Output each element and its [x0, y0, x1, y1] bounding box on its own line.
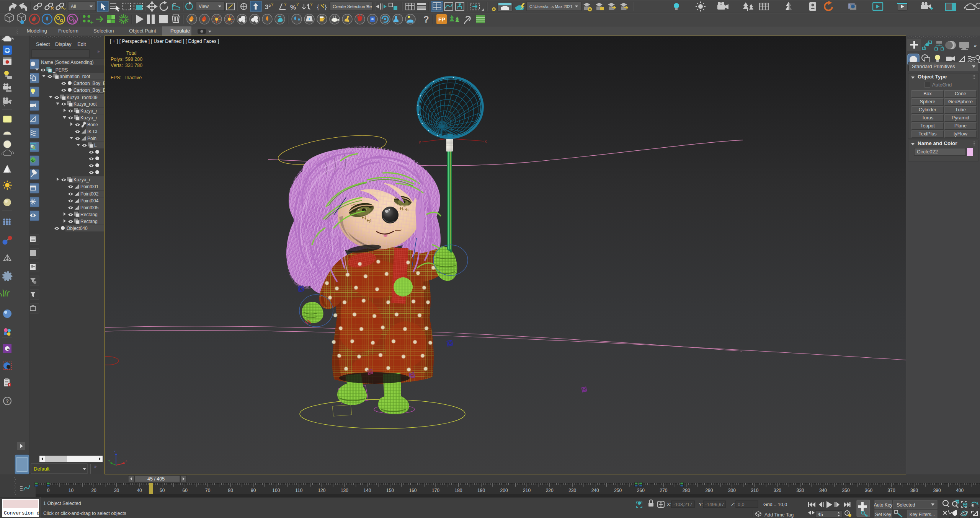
svg-text:50: 50 — [160, 488, 165, 493]
svg-text:Rectang: Rectang — [80, 219, 98, 224]
svg-text:Z:: Z: — [731, 502, 735, 507]
svg-text:340: 340 — [819, 488, 827, 493]
svg-text:IK Cl: IK Cl — [87, 129, 97, 134]
svg-text:L: L — [94, 143, 97, 148]
svg-text:y: y — [108, 459, 110, 462]
svg-text:210: 210 — [523, 488, 531, 493]
svg-text:3²: 3² — [265, 3, 271, 11]
svg-text:598 280: 598 280 — [125, 57, 142, 62]
svg-text:Kuzya_root009: Kuzya_root009 — [67, 95, 98, 100]
svg-text:Inactive: Inactive — [125, 75, 142, 80]
svg-text:Edit: Edit — [77, 41, 86, 47]
svg-text:?: ? — [296, 2, 299, 7]
svg-text:?: ? — [271, 2, 273, 7]
svg-text:45: 45 — [818, 512, 823, 517]
svg-text:310: 310 — [751, 488, 758, 493]
svg-text:?: ? — [284, 2, 286, 7]
svg-text:animation_root: animation_root — [60, 74, 90, 79]
svg-text:120: 120 — [318, 488, 325, 493]
svg-text:150: 150 — [386, 488, 394, 493]
svg-text:-1496,97: -1496,97 — [705, 502, 724, 507]
svg-text:370: 370 — [888, 488, 895, 493]
svg-text:360: 360 — [865, 488, 872, 493]
svg-text:»: » — [97, 49, 100, 54]
svg-text:40: 40 — [137, 488, 142, 493]
svg-text:240: 240 — [591, 488, 599, 493]
svg-text:331 780: 331 780 — [125, 63, 142, 68]
svg-text:Bone: Bone — [87, 122, 98, 127]
svg-text:Grid = 10,0: Grid = 10,0 — [763, 502, 787, 507]
svg-text:10: 10 — [69, 488, 74, 493]
svg-text:Poin: Poin — [87, 136, 96, 141]
svg-text:Point005: Point005 — [80, 205, 99, 210]
svg-text:280: 280 — [683, 488, 690, 493]
svg-text:Auto Key: Auto Key — [874, 502, 893, 508]
svg-text:Name (Sorted Ascending): Name (Sorted Ascending) — [41, 60, 93, 65]
svg-text:Conversion d: Conversion d — [4, 510, 40, 516]
svg-text:330: 330 — [796, 488, 804, 493]
svg-text:45 / 405: 45 / 405 — [147, 476, 165, 482]
svg-text:Default: Default — [34, 466, 50, 472]
svg-text:Kuzya_r: Kuzya_r — [74, 177, 90, 182]
svg-text:Kuzya_r: Kuzya_r — [80, 108, 97, 114]
svg-text:80: 80 — [228, 488, 234, 493]
svg-text:390: 390 — [933, 488, 941, 493]
svg-text:320: 320 — [774, 488, 781, 493]
svg-text:View: View — [199, 4, 209, 9]
svg-text:Kuzya_r: Kuzya_r — [80, 115, 97, 121]
svg-text:180: 180 — [454, 488, 462, 493]
svg-text:140: 140 — [363, 488, 371, 493]
svg-text:200: 200 — [500, 488, 508, 493]
svg-text:90: 90 — [251, 488, 256, 493]
svg-text:[ + ] [ Perspective ] [ User D: [ + ] [ Perspective ] [ User Defined ] [… — [110, 39, 219, 44]
svg-text:Rectang: Rectang — [80, 212, 98, 217]
svg-text:Kuzya_root: Kuzya_root — [74, 101, 97, 107]
svg-text:{: { — [317, 4, 319, 10]
svg-text:250: 250 — [614, 488, 622, 493]
svg-text:z: z — [114, 450, 116, 453]
svg-text:160: 160 — [409, 488, 416, 493]
svg-text:220: 220 — [546, 488, 554, 493]
svg-text:30: 30 — [114, 488, 119, 493]
svg-text:190: 190 — [477, 488, 485, 493]
svg-text:0: 0 — [47, 488, 50, 493]
svg-text:290: 290 — [705, 488, 713, 493]
svg-text:Set Key: Set Key — [875, 512, 891, 517]
svg-text:Point001: Point001 — [80, 184, 99, 189]
svg-text:0,0: 0,0 — [738, 502, 744, 507]
svg-text:C:\Users\a...s Max 2021: C:\Users\a...s Max 2021 — [529, 4, 573, 9]
svg-text:}: } — [325, 4, 327, 10]
svg-text:Total: Total — [126, 50, 136, 56]
svg-text:20: 20 — [91, 488, 96, 493]
svg-text:FP: FP — [438, 16, 445, 23]
svg-text:Cartoon_Boy_B: Cartoon_Boy_B — [74, 88, 105, 93]
svg-text:Display: Display — [55, 41, 72, 47]
svg-text:?: ? — [423, 14, 429, 24]
svg-text:y: y — [419, 140, 421, 144]
svg-text:230: 230 — [568, 488, 576, 493]
svg-text:Create Selection Se: Create Selection Se — [333, 4, 372, 9]
svg-text:?: ? — [6, 398, 9, 404]
svg-text:Key Filters...: Key Filters... — [910, 512, 935, 517]
svg-text:Object040: Object040 — [67, 226, 88, 231]
svg-text:70: 70 — [205, 488, 211, 493]
svg-text:?: ? — [310, 2, 312, 7]
svg-text:»: » — [94, 464, 96, 469]
svg-text:Selected: Selected — [897, 502, 915, 508]
svg-text:300: 300 — [728, 488, 736, 493]
svg-text:%: % — [290, 4, 296, 11]
svg-text:Point002: Point002 — [80, 191, 99, 197]
svg-text:Y:: Y: — [699, 502, 703, 507]
svg-text:Select: Select — [36, 41, 50, 47]
svg-text:»: » — [974, 42, 977, 48]
svg-text:100: 100 — [272, 488, 280, 493]
svg-text:Verts:: Verts: — [111, 63, 123, 68]
svg-text:x: x — [485, 139, 487, 143]
svg-text:Add Time Tag: Add Time Tag — [764, 512, 794, 518]
svg-text:x: x — [126, 459, 127, 463]
svg-text:380: 380 — [910, 488, 918, 493]
svg-text:All: All — [71, 4, 76, 9]
svg-text:60: 60 — [183, 488, 188, 493]
svg-text:X:: X: — [667, 502, 671, 507]
svg-text:110: 110 — [295, 488, 302, 493]
